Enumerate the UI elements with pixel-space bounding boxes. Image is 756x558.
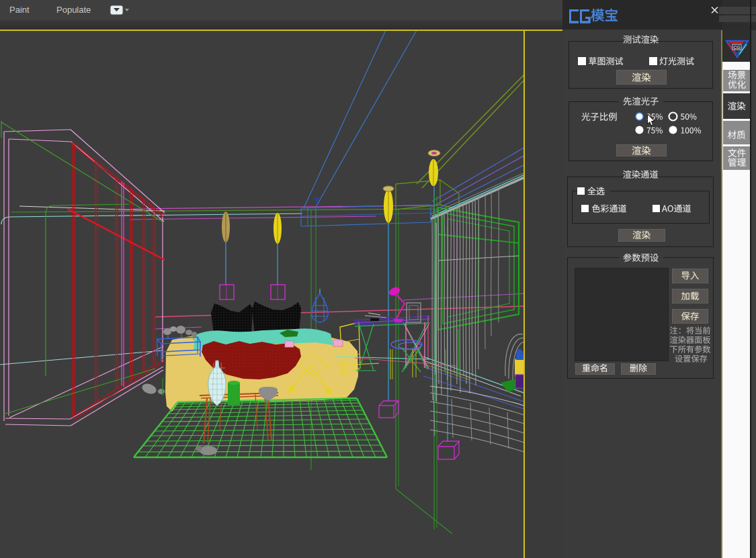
svg-text:CG: CG [734,45,741,50]
